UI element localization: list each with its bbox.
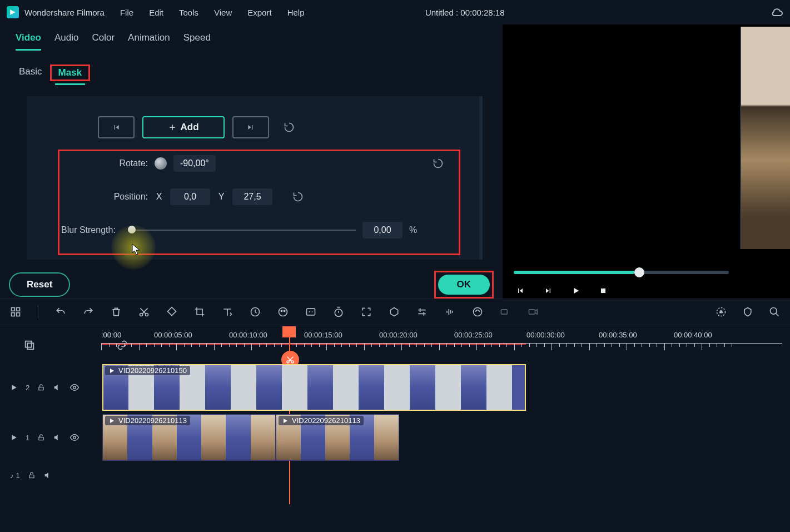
visibility-icon[interactable] <box>69 432 80 442</box>
menu-edit[interactable]: Edit <box>149 8 163 17</box>
menu-export[interactable]: Export <box>247 8 271 17</box>
add-keyframe-button[interactable]: Add <box>142 116 225 138</box>
next-keyframe-button[interactable] <box>232 116 269 138</box>
clip2a-name: VID20220926210113 <box>118 416 187 425</box>
time-label-2: 00:00:10:00 <box>229 331 267 339</box>
rotate-reset-icon[interactable] <box>433 158 444 169</box>
time-label-1: 00:00:05:00 <box>154 331 192 339</box>
keyframe-reset-icon[interactable] <box>284 122 295 133</box>
mute-icon[interactable] <box>53 433 62 442</box>
menu-help[interactable]: Help <box>287 8 305 17</box>
time-label-0: :00:00 <box>101 331 121 339</box>
clip-track2b[interactable]: VID20220926210113 <box>276 414 399 461</box>
blur-value[interactable]: 0,00 <box>362 222 403 238</box>
lock-icon[interactable] <box>37 384 45 391</box>
lock-icon[interactable] <box>37 434 45 441</box>
marker-icon[interactable] <box>742 306 753 317</box>
playhead-flag[interactable] <box>282 326 296 337</box>
step-back-button[interactable] <box>516 286 525 295</box>
clip-header-2b: VID20220926210113 <box>279 416 364 425</box>
subtitle-icon[interactable] <box>305 306 316 317</box>
svg-point-24 <box>73 386 76 389</box>
app-logo <box>7 6 19 18</box>
redo-icon[interactable] <box>83 306 94 317</box>
color-icon[interactable] <box>277 306 289 317</box>
lock-icon[interactable] <box>28 471 36 479</box>
clip-track2a[interactable]: VID20220926210113 <box>102 414 276 461</box>
render-icon[interactable] <box>716 306 727 317</box>
playback-controls <box>516 286 607 295</box>
time-ruler[interactable]: :00:00 00:00:05:00 00:00:10:00 00:00:15:… <box>101 330 782 350</box>
prev-keyframe-button[interactable] <box>98 116 135 138</box>
rotate-knob[interactable] <box>155 157 167 170</box>
audio-track-head: 1 <box>8 471 97 480</box>
menu-file[interactable]: File <box>120 8 133 17</box>
delete-icon[interactable] <box>111 306 122 317</box>
tab-mask[interactable]: Mask <box>55 64 86 85</box>
svg-point-18 <box>771 308 777 315</box>
cut-icon[interactable] <box>138 306 150 317</box>
tab-video[interactable]: Video <box>16 32 41 51</box>
timeline-header: :00:00 00:00:05:00 00:00:10:00 00:00:15:… <box>8 330 782 361</box>
svg-rect-27 <box>29 475 34 478</box>
tag-icon[interactable] <box>166 306 177 317</box>
track-play-icon[interactable] <box>10 434 18 441</box>
step-forward-button[interactable] <box>544 286 553 295</box>
tab-color[interactable]: Color <box>92 32 115 51</box>
tab-speed[interactable]: Speed <box>183 32 211 51</box>
x-label: X <box>155 192 163 202</box>
svg-rect-14 <box>501 310 508 314</box>
clip-track1[interactable]: VID20220926210150 <box>102 364 526 411</box>
fullscreen-icon[interactable] <box>361 306 372 317</box>
audio-adjust-icon[interactable] <box>444 306 455 317</box>
play-button[interactable] <box>572 286 580 295</box>
x-value[interactable]: 0,0 <box>170 188 210 205</box>
svg-point-22 <box>291 361 294 363</box>
tab-basic[interactable]: Basic <box>16 63 46 83</box>
blur-row: Blur Strength: 0,00 % <box>27 222 479 238</box>
mute-icon[interactable] <box>43 471 52 480</box>
tab-audio[interactable]: Audio <box>54 32 78 51</box>
mask-tool-icon[interactable] <box>389 306 400 317</box>
svg-point-13 <box>474 308 482 316</box>
secondary-tabs: Basic Mask <box>0 51 503 83</box>
mute-icon[interactable] <box>53 383 62 392</box>
ok-button[interactable]: OK <box>438 275 490 295</box>
svg-point-9 <box>281 310 282 312</box>
add-track-icon[interactable] <box>23 339 36 351</box>
zoom-icon[interactable] <box>769 306 780 317</box>
stop-button[interactable] <box>599 287 607 295</box>
progress-thumb[interactable] <box>634 267 644 277</box>
time-label-3: 00:00:15:00 <box>304 331 342 339</box>
grid-icon[interactable] <box>10 306 21 317</box>
blur-slider[interactable] <box>128 230 356 231</box>
ok-highlight: OK <box>434 271 494 299</box>
y-value[interactable]: 27,5 <box>232 188 272 205</box>
adjust-icon[interactable] <box>416 306 428 317</box>
tab-animation[interactable]: Animation <box>128 32 170 51</box>
position-reset-icon[interactable] <box>292 191 304 202</box>
track-play-icon[interactable] <box>10 384 18 391</box>
menu-tools[interactable]: Tools <box>179 8 198 17</box>
crop-icon[interactable] <box>194 306 205 317</box>
track-head-2: 2 <box>8 382 97 392</box>
svg-rect-4 <box>17 313 20 316</box>
enhance-icon[interactable] <box>472 306 483 317</box>
rotate-value[interactable]: -90,00° <box>173 155 216 172</box>
preview-image <box>740 27 790 249</box>
preview-progress[interactable] <box>514 271 729 274</box>
timer-icon[interactable] <box>333 306 344 317</box>
visibility-icon[interactable] <box>69 382 80 392</box>
reset-button[interactable]: Reset <box>9 272 70 297</box>
time-label-4: 00:00:20:00 <box>379 331 418 339</box>
speed-icon[interactable] <box>250 306 261 317</box>
svg-point-21 <box>287 361 289 363</box>
record-icon <box>500 306 511 317</box>
time-label-6: 00:00:30:00 <box>526 331 565 339</box>
audio-index: 1 <box>10 471 20 480</box>
undo-icon[interactable] <box>55 306 66 317</box>
menu-view[interactable]: View <box>214 8 232 17</box>
text-icon[interactable] <box>222 306 233 317</box>
cloud-icon[interactable] <box>770 6 783 19</box>
blur-slider-thumb[interactable] <box>128 226 136 233</box>
